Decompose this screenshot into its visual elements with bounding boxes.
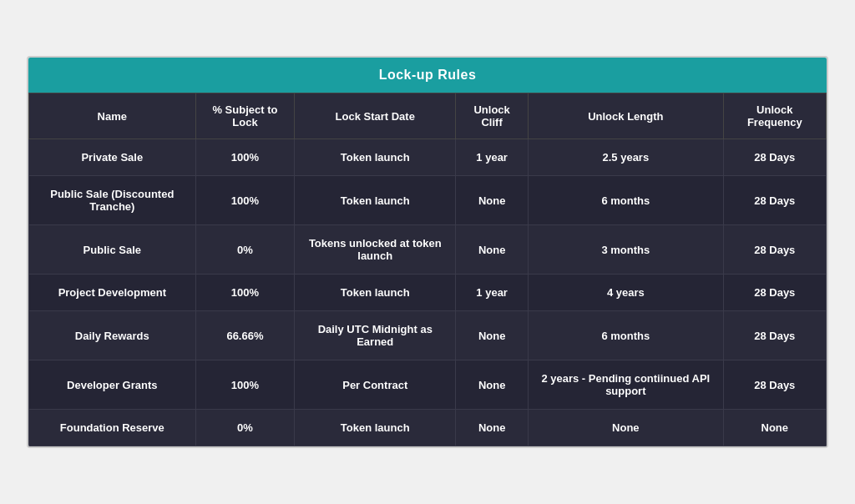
cell-1-0: Public Sale (Discounted Tranche) — [29, 176, 196, 225]
cell-6-5: None — [723, 410, 826, 446]
cell-1-4: 6 months — [529, 176, 723, 225]
cell-0-5: 28 Days — [723, 139, 826, 176]
table-row: Daily Rewards66.66%Daily UTC Midnight as… — [29, 311, 827, 360]
table-row: Private Sale100%Token launch1 year2.5 ye… — [29, 139, 827, 176]
cell-0-3: 1 year — [456, 139, 529, 176]
lockup-rules-table: Lock-up Rules Name % Subject to Lock Loc… — [27, 56, 828, 448]
cell-2-0: Public Sale — [29, 225, 196, 275]
cell-4-1: 66.66% — [195, 311, 295, 360]
col-header-unlock-length: Unlock Length — [529, 93, 723, 139]
cell-6-4: None — [529, 410, 723, 446]
cell-2-5: 28 Days — [723, 225, 826, 275]
cell-3-2: Token launch — [295, 275, 456, 311]
cell-1-5: 28 Days — [723, 176, 826, 225]
cell-5-0: Developer Grants — [29, 360, 196, 410]
table-row: Public Sale (Discounted Tranche)100%Toke… — [29, 176, 827, 225]
cell-3-3: 1 year — [456, 275, 529, 311]
cell-4-3: None — [456, 311, 529, 360]
cell-0-1: 100% — [195, 139, 295, 176]
cell-0-2: Token launch — [295, 139, 456, 176]
header-row: Name % Subject to Lock Lock Start Date U… — [29, 93, 827, 139]
cell-4-2: Daily UTC Midnight as Earned — [295, 311, 456, 360]
col-header-lock-start-date: Lock Start Date — [295, 93, 456, 139]
cell-3-4: 4 years — [529, 275, 723, 311]
table-row: Developer Grants100%Per ContractNone2 ye… — [29, 360, 827, 410]
cell-5-2: Per Contract — [295, 360, 456, 410]
table-title: Lock-up Rules — [28, 58, 827, 93]
cell-1-1: 100% — [195, 176, 295, 225]
cell-6-3: None — [456, 410, 529, 446]
col-header-unlock-frequency: Unlock Frequency — [723, 93, 826, 139]
cell-4-4: 6 months — [529, 311, 723, 360]
cell-0-0: Private Sale — [29, 139, 196, 176]
cell-0-4: 2.5 years — [529, 139, 723, 176]
col-header-name: Name — [29, 93, 196, 139]
cell-4-5: 28 Days — [723, 311, 826, 360]
cell-3-1: 100% — [195, 275, 295, 311]
cell-5-4: 2 years - Pending contiinued API support — [529, 360, 723, 410]
cell-6-0: Foundation Reserve — [29, 410, 196, 446]
cell-1-3: None — [456, 176, 529, 225]
cell-5-1: 100% — [195, 360, 295, 410]
cell-3-0: Project Development — [29, 275, 196, 311]
cell-5-5: 28 Days — [723, 360, 826, 410]
cell-2-3: None — [456, 225, 529, 275]
table-row: Public Sale0%Tokens unlocked at token la… — [29, 225, 827, 275]
cell-1-2: Token launch — [295, 176, 456, 225]
cell-6-2: Token launch — [295, 410, 456, 446]
col-header-subject-to-lock: % Subject to Lock — [195, 93, 295, 139]
cell-3-5: 28 Days — [723, 275, 826, 311]
table-row: Foundation Reserve0%Token launchNoneNone… — [29, 410, 827, 446]
cell-6-1: 0% — [195, 410, 295, 446]
table-row: Project Development100%Token launch1 yea… — [29, 275, 827, 311]
cell-2-1: 0% — [195, 225, 295, 275]
cell-4-0: Daily Rewards — [29, 311, 196, 360]
cell-2-4: 3 months — [529, 225, 723, 275]
cell-2-2: Tokens unlocked at token launch — [295, 225, 456, 275]
col-header-unlock-cliff: Unlock Cliff — [456, 93, 529, 139]
cell-5-3: None — [456, 360, 529, 410]
